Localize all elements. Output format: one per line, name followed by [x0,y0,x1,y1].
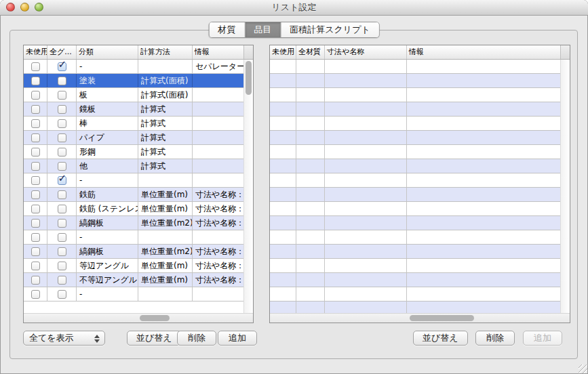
empty-table-row[interactable] [270,302,560,313]
checkbox[interactable] [58,105,66,114]
checkbox-checked[interactable] [58,62,66,71]
empty-table-row[interactable] [270,131,560,145]
checkbox[interactable] [31,276,40,285]
dimension-table-vscrollbar[interactable] [560,60,570,313]
category-table-vscrollbar[interactable] [243,60,253,313]
checkbox-cell [24,230,47,244]
checkbox[interactable] [31,77,40,85]
table-row[interactable]: パイプ計算式 [24,131,243,145]
checkbox[interactable] [58,290,66,299]
column-header[interactable]: 全材質 [296,45,325,59]
checkbox[interactable] [31,205,40,213]
column-header[interactable]: 情報 [193,45,243,59]
checkbox[interactable] [31,190,40,199]
checkbox[interactable] [31,62,40,71]
empty-table-row[interactable] [270,88,560,102]
table-row[interactable]: 板計算式(面積) [24,88,243,102]
empty-table-row[interactable] [270,230,560,245]
left-add-button[interactable]: 追加 [218,331,257,346]
checkbox[interactable] [31,119,40,128]
checkbox[interactable] [31,105,40,114]
empty-table-row[interactable] [270,273,560,287]
filter-dropdown[interactable]: 全てを表示 [23,331,105,346]
checkbox[interactable] [58,233,66,242]
table-row[interactable]: 塗装計算式(面積) [24,74,243,88]
tab-material[interactable]: 材質 [209,22,245,37]
table-row[interactable]: 鉄筋 (ステンレス単位重量(m)寸法や名称：呼 [24,202,243,216]
tab-item[interactable]: 品目 [245,22,281,37]
checkbox[interactable] [58,119,66,128]
column-header[interactable]: 分類 [77,45,138,59]
dimension-table-hscrollbar[interactable] [270,313,570,323]
checkbox[interactable] [58,91,66,100]
column-header[interactable]: 未使用 [24,45,47,59]
column-header[interactable]: 情報 [407,45,560,59]
table-row[interactable]: 鏡板計算式 [24,102,243,117]
checkbox[interactable] [31,262,40,270]
hscroll-thumb[interactable] [410,315,474,321]
column-header[interactable]: 全グ... [47,45,77,59]
empty-table-row[interactable] [270,60,560,74]
table-row[interactable]: - [24,230,243,245]
checkbox[interactable] [31,290,40,299]
checkbox[interactable] [58,205,66,213]
column-header[interactable]: 計算方法 [138,45,193,59]
empty-table-row[interactable] [270,74,560,88]
checkbox-cell [47,173,77,187]
checkbox[interactable] [58,148,66,157]
checkbox[interactable] [31,219,40,228]
empty-table-row[interactable] [270,202,560,216]
table-row[interactable]: 等辺アングル単位重量(m)寸法や名称：t [24,259,243,273]
checkbox[interactable] [31,133,40,142]
left-delete-button[interactable]: 削除 [177,331,216,346]
column-header[interactable]: 寸法や名称 [325,45,407,59]
empty-table-row[interactable] [270,145,560,159]
empty-table-row[interactable] [270,245,560,259]
checkbox-checked[interactable] [58,176,66,185]
checkbox[interactable] [31,176,40,185]
table-row[interactable]: 縞鋼板単位重量(m2)寸法や名称：板 [24,245,243,259]
checkbox[interactable] [58,162,66,171]
checkbox[interactable] [31,247,40,256]
right-sort-button[interactable]: 並び替え [413,331,468,346]
table-row[interactable]: - [24,287,243,302]
checkbox-cell [47,245,77,258]
empty-cell [270,60,296,73]
table-row[interactable]: -セパレーター [24,60,243,74]
table-row[interactable]: 形鋼計算式 [24,145,243,159]
empty-table-row[interactable] [270,117,560,131]
checkbox[interactable] [31,233,40,242]
checkbox[interactable] [58,262,66,270]
table-row[interactable]: - [24,173,243,188]
right-add-button[interactable]: 追加 [523,331,562,346]
hscroll-thumb[interactable] [140,315,170,321]
tab-area-script[interactable]: 面積計算スクリプト [281,22,379,37]
checkbox[interactable] [31,148,40,157]
checkbox[interactable] [58,77,66,85]
checkbox[interactable] [58,276,66,285]
empty-table-row[interactable] [270,159,560,173]
left-sort-button[interactable]: 並び替え [127,331,182,346]
vscroll-thumb[interactable] [246,61,252,95]
checkbox[interactable] [31,162,40,171]
empty-table-row[interactable] [270,102,560,117]
checkbox[interactable] [58,133,66,142]
category-table-hscrollbar[interactable] [24,313,253,323]
checkbox[interactable] [58,247,66,256]
empty-table-row[interactable] [270,287,560,302]
empty-table-row[interactable] [270,188,560,202]
right-delete-button[interactable]: 削除 [475,331,515,346]
table-row[interactable]: 縞鋼板単位重量(m2)寸法や名称：板 [24,216,243,230]
table-row[interactable]: 他計算式 [24,159,243,173]
empty-table-row[interactable] [270,216,560,230]
checkbox[interactable] [31,91,40,100]
table-row[interactable]: 棒計算式 [24,117,243,131]
table-row[interactable]: 不等辺アングル単位重量(m)寸法や名称：t [24,273,243,287]
empty-table-row[interactable] [270,259,560,273]
checkbox[interactable] [58,190,66,199]
resize-grip[interactable] [579,365,587,373]
column-header[interactable]: 未使用 [270,45,296,59]
empty-table-row[interactable] [270,173,560,188]
table-row[interactable]: 鉄筋単位重量(m)寸法や名称：呼 [24,188,243,202]
checkbox[interactable] [58,219,66,228]
